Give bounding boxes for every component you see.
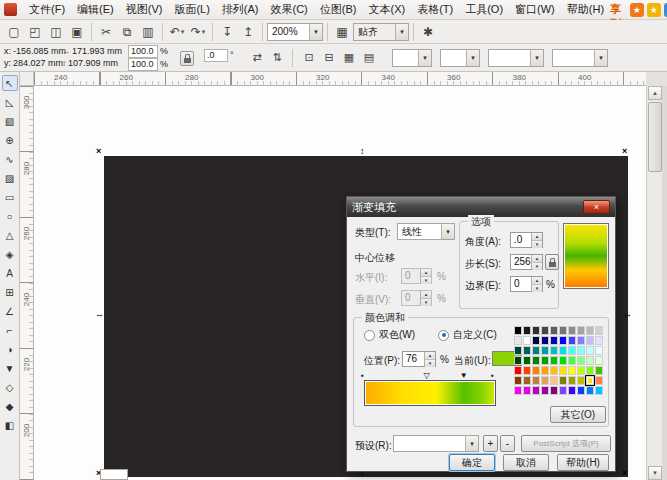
x-value[interactable]: -156.085 mm — [13, 46, 66, 57]
chevron-down-icon[interactable]: ▾ — [418, 50, 431, 66]
steps-lock-button[interactable] — [545, 254, 559, 270]
weld-button[interactable]: ▤ — [360, 48, 378, 66]
group-button[interactable]: ▦ — [340, 48, 358, 66]
menu-item-file[interactable]: 文件(F) — [23, 0, 71, 20]
y-value[interactable]: 284.027 mm — [13, 58, 63, 69]
chevron-down-icon[interactable]: ▾ — [202, 28, 206, 36]
share-star-yellow-icon[interactable]: ★ — [647, 3, 661, 17]
share-star-orange-icon[interactable]: ★ — [630, 3, 644, 17]
height-value[interactable]: 107.909 mm — [68, 58, 118, 69]
palette-swatch[interactable] — [586, 336, 594, 345]
gradient-type-combo[interactable]: 线性 ▾ — [397, 223, 455, 240]
palette-swatch[interactable] — [541, 366, 549, 375]
help-button[interactable]: 帮助(H) — [557, 454, 609, 471]
palette-swatch[interactable] — [523, 326, 531, 335]
palette-swatch[interactable] — [541, 336, 549, 345]
selection-handle-bottom-right[interactable]: × — [622, 469, 627, 478]
position-spinner[interactable]: ▴ ▾ — [424, 352, 435, 366]
palette-swatch[interactable] — [559, 346, 567, 355]
palette-swatch[interactable] — [523, 376, 531, 385]
gradient-stop-marker[interactable]: ▪ — [361, 371, 364, 380]
edge-pad-input[interactable]: 0 ▴ ▾ — [510, 276, 543, 292]
selection-handle-top-right[interactable]: × — [622, 147, 627, 156]
palette-swatch[interactable] — [559, 356, 567, 365]
ellipse-tool[interactable]: ○ — [2, 208, 18, 224]
menu-item-layout[interactable]: 版面(L) — [168, 0, 215, 20]
palette-swatch[interactable] — [541, 326, 549, 335]
spin-up-icon[interactable]: ▴ — [425, 352, 435, 359]
spin-down-icon[interactable]: ▾ — [532, 262, 542, 270]
palette-swatch[interactable] — [514, 386, 522, 395]
chevron-down-icon[interactable]: ▾ — [466, 50, 479, 66]
palette-swatch[interactable] — [577, 346, 585, 355]
palette-swatch[interactable] — [577, 376, 585, 385]
spin-down-icon[interactable]: ▾ — [532, 284, 542, 292]
palette-swatch[interactable] — [568, 386, 576, 395]
vertical-scrollbar[interactable]: ▲ ▼ — [646, 86, 662, 480]
edge-pad-spinner[interactable]: ▴ ▾ — [531, 277, 542, 291]
menu-item-edit[interactable]: 编辑(E) — [71, 0, 120, 20]
to-back-button[interactable]: ⊟ — [320, 48, 338, 66]
palette-swatch[interactable] — [577, 326, 585, 335]
palette-swatch[interactable] — [586, 366, 594, 375]
chevron-down-icon[interactable]: ▾ — [530, 50, 543, 66]
nudge-combo[interactable]: ▾ — [440, 49, 480, 67]
horizontal-ruler[interactable]: 240260280300320340360380400 — [34, 72, 646, 86]
mirror-horizontal-button[interactable]: ⇄ — [248, 48, 266, 66]
palette-swatch[interactable] — [577, 366, 585, 375]
blend-tool[interactable]: ◑ — [2, 341, 18, 357]
palette-swatch[interactable] — [577, 386, 585, 395]
presets-combo[interactable]: ▾ — [393, 435, 479, 452]
chevron-down-icon[interactable]: ▾ — [309, 24, 322, 40]
undo-button[interactable]: ↶▾ — [167, 22, 187, 42]
spin-up-icon[interactable]: ▴ — [532, 255, 542, 262]
palette-swatch[interactable] — [541, 346, 549, 355]
spin-up-icon[interactable]: ▴ — [532, 277, 542, 284]
palette-swatch[interactable] — [541, 376, 549, 385]
freehand-tool[interactable]: ∿ — [2, 151, 18, 167]
palette-swatch[interactable] — [541, 386, 549, 395]
palette-swatch[interactable] — [577, 356, 585, 365]
menu-item-table[interactable]: 表格(T) — [411, 0, 459, 20]
zoom-tool[interactable]: ⊕ — [2, 132, 18, 148]
palette-swatch[interactable] — [514, 366, 522, 375]
interactive-fill-tool[interactable]: ◧ — [2, 417, 18, 433]
chevron-down-icon[interactable]: ▾ — [441, 224, 454, 239]
remove-preset-button[interactable]: - — [500, 435, 515, 452]
chevron-down-icon[interactable]: ▾ — [594, 50, 607, 66]
rectangle-tool[interactable]: ▭ — [2, 189, 18, 205]
palette-swatch[interactable] — [550, 386, 558, 395]
chevron-down-icon[interactable]: ▾ — [465, 436, 478, 451]
save-button[interactable]: ◫ — [46, 22, 66, 42]
palette-swatch[interactable] — [595, 326, 603, 335]
palette-swatch[interactable] — [586, 356, 594, 365]
smart-fill-tool[interactable]: ▨ — [2, 170, 18, 186]
palette-swatch[interactable] — [523, 356, 531, 365]
palette-swatch[interactable] — [532, 366, 540, 375]
palette-swatch[interactable] — [586, 326, 594, 335]
polygon-tool[interactable]: △ — [2, 227, 18, 243]
palette-swatch[interactable] — [550, 366, 558, 375]
palette-swatch[interactable] — [550, 356, 558, 365]
selection-handle-top-left[interactable]: × — [96, 147, 101, 156]
scale-v-field[interactable]: 100.0 — [128, 58, 158, 71]
palette-swatch[interactable] — [595, 346, 603, 355]
import-button[interactable]: ↧ — [217, 22, 237, 42]
snap-to-combo[interactable]: 贴齐 ▾ — [353, 23, 409, 41]
gradient-preview[interactable] — [563, 223, 609, 289]
spin-down-icon[interactable]: ▾ — [425, 359, 435, 367]
scrollbar-thumb[interactable] — [648, 102, 662, 172]
add-preset-button[interactable]: + — [483, 435, 498, 452]
chevron-down-icon[interactable]: ▾ — [181, 28, 185, 36]
radio-circle-icon[interactable] — [438, 330, 449, 341]
palette-swatch[interactable] — [514, 336, 522, 345]
selection-handle-middle-left[interactable]: ↔ — [95, 310, 104, 319]
crop-tool[interactable]: ▧ — [2, 113, 18, 129]
palette-swatch[interactable] — [586, 386, 594, 395]
ok-button[interactable]: 确定 — [449, 454, 495, 471]
palette-swatch[interactable] — [577, 336, 585, 345]
zoom-level-combo[interactable]: 200% ▾ — [267, 23, 323, 41]
gradient-stop-marker[interactable]: ▪ — [491, 371, 494, 380]
palette-swatch[interactable] — [550, 326, 558, 335]
outline-width-combo[interactable]: ▾ — [552, 49, 608, 67]
